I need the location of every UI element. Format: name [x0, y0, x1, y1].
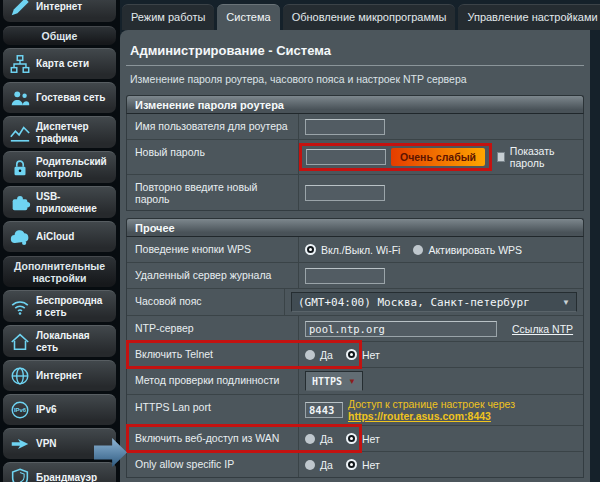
sidebar-item-network-map[interactable]: Карта сети [3, 48, 116, 79]
row-wps-behavior: Поведение кнопки WPS Вкл./Выкл. Wi-Fi Ак… [127, 237, 583, 263]
ntp-label: NTP-сервер [127, 316, 298, 341]
wps-activate-radio[interactable] [413, 245, 423, 255]
telnet-no-radio[interactable] [346, 349, 357, 360]
new-password-input[interactable] [306, 149, 386, 165]
timezone-select[interactable]: (GMT+04:00) Москва, Санкт-петербург ▼ [291, 292, 577, 312]
tab-system[interactable]: Система [217, 4, 279, 30]
sidebar-item-label: IPv6 [36, 404, 108, 416]
pencil-icon [9, 0, 31, 18]
tab-operation-mode[interactable]: Режим работы [122, 4, 214, 30]
wps-activate-option-label: Активировать WPS [428, 244, 522, 256]
telnet-no-label: Нет [362, 349, 380, 361]
sidebar-item-wan[interactable]: Интернет [3, 360, 116, 391]
auth-method-label: Метод проверки подлинности [127, 368, 298, 394]
username-label: Имя пользователя для роутера [127, 114, 298, 139]
ipv6-icon: IPv6 [9, 399, 31, 421]
sidebar-section-general: Общие [3, 26, 116, 45]
sidebar-item-label: Локальная сеть [36, 330, 108, 353]
router-url-link[interactable]: https://router.asus.com:8443 [348, 410, 491, 422]
page-title: Администрирование - Система [126, 30, 584, 66]
sidebar-item-label: Интернет [36, 1, 108, 13]
onlyip-yes-radio[interactable] [305, 460, 315, 470]
row-ntp-server: NTP-сервер Ссылка NTP [127, 316, 583, 342]
section-header-misc: Прочее [126, 218, 584, 237]
https-access-note: Доступ к странице настроек через https:/… [348, 398, 577, 422]
log-server-label: Удаленный сервер журнала [127, 263, 298, 288]
wps-label: Поведение кнопки WPS [127, 237, 298, 262]
row-only-specific-ip: Only allow specific IP Да Нет [127, 452, 583, 477]
onlyip-no-label: Нет [362, 459, 380, 471]
telnet-label: Включить Telnet [127, 342, 298, 367]
sidebar-item-traffic-manager[interactable]: Диспетчер трафика [3, 116, 116, 148]
https-port-input[interactable] [305, 402, 343, 418]
sidebar-item-label: Беспроводная сеть [36, 295, 108, 318]
sidebar-section-advanced: Дополнительные настройки [3, 256, 116, 287]
ntp-server-input[interactable] [305, 321, 497, 337]
chevron-down-icon: ▼ [562, 298, 570, 307]
wps-wifi-radio[interactable] [305, 244, 316, 255]
password-section: Имя пользователя для роутера Новый парол… [126, 114, 584, 211]
sidebar-item-usb-application[interactable]: USB-приложение [3, 186, 116, 218]
sidebar-item-ipv6[interactable]: IPv6 IPv6 [3, 394, 116, 425]
log-server-input[interactable] [305, 268, 385, 284]
vpn-icon [9, 433, 31, 455]
sidebar-item-firewall[interactable]: Брандмауэр [3, 462, 116, 482]
main-area: Режим работы Система Обновление микропро… [120, 0, 590, 482]
auth-method-value: HTTPS [312, 376, 342, 387]
puzzle-icon [9, 192, 31, 214]
tab-settings-management[interactable]: Управление настройками [458, 4, 600, 30]
traffic-chart-icon [9, 122, 31, 144]
sidebar-item-aicloud[interactable]: AiCloud [3, 221, 116, 252]
onlyip-yes-label: Да [320, 459, 333, 471]
page-subtitle: Изменение пароля роутера, часового пояса… [126, 66, 584, 95]
show-password-checkbox[interactable] [497, 152, 505, 162]
misc-section: Поведение кнопки WPS Вкл./Выкл. Wi-Fi Ак… [126, 237, 584, 478]
row-username: Имя пользователя для роутера [127, 114, 583, 140]
wan-no-label: Нет [362, 433, 380, 445]
globe-icon [9, 365, 31, 387]
timezone-value: (GMT+04:00) Москва, Санкт-петербург [298, 296, 530, 309]
wan-yes-label: Да [320, 433, 333, 445]
sidebar-item-wireless[interactable]: Беспроводная сеть [3, 290, 116, 322]
sidebar-item-parental-control[interactable]: Родительский контроль [3, 151, 116, 183]
retype-password-label: Повторно введите новый пароль [127, 175, 298, 210]
sidebar-item-quick-internet-setup[interactable]: Интернет [3, 0, 116, 22]
wan-yes-radio[interactable] [305, 434, 315, 444]
weak-password-highlight: Очень слабый [299, 143, 492, 171]
tab-firmware-upgrade[interactable]: Обновление микропрограммы [283, 4, 456, 30]
sidebar-item-label: USB-приложение [36, 191, 108, 214]
row-log-server: Удаленный сервер журнала [127, 263, 583, 289]
row-enable-telnet: Включить Telnet Да Нет [127, 342, 583, 368]
svg-text:IPv6: IPv6 [14, 407, 27, 413]
sidebar-item-label: Родительский контроль [36, 156, 108, 179]
ntp-link[interactable]: Ссылка NTP [512, 323, 573, 335]
sidebar-item-guest-network[interactable]: Гостевая сеть [3, 82, 116, 113]
auth-method-select[interactable]: HTTPS ▼ [305, 371, 363, 391]
telnet-yes-radio[interactable] [305, 350, 315, 360]
sidebar-item-label: AiCloud [36, 231, 108, 243]
wan-no-radio[interactable] [346, 433, 357, 444]
sidebar: Интернет Общие Карта сети Гостевая сеть … [0, 0, 120, 482]
sidebar-item-lan[interactable]: Локальная сеть [3, 325, 116, 357]
retype-password-input[interactable] [305, 185, 385, 201]
onlyip-no-radio[interactable] [346, 459, 357, 470]
wps-wifi-option-label: Вкл./Выкл. Wi-Fi [321, 244, 400, 256]
cloud-icon [9, 226, 31, 248]
wan-access-label: Включить веб-доступ из WAN [127, 426, 298, 451]
new-password-label: Новый пароль [127, 140, 298, 174]
sidebar-item-label: Карта сети [36, 58, 108, 70]
https-port-label: HTTPS Lan port [127, 395, 298, 425]
row-timezone: Часовой пояс (GMT+04:00) Москва, Санкт-п… [127, 289, 583, 316]
only-specific-ip-label: Only allow specific IP [127, 452, 298, 477]
content-panel: Администрирование - Система Изменение па… [120, 30, 590, 482]
username-input[interactable] [305, 119, 385, 135]
guest-network-icon [9, 87, 31, 109]
timezone-label: Часовой пояс [127, 289, 284, 315]
telnet-yes-label: Да [320, 349, 333, 361]
show-password-label: Показать пароль [510, 145, 569, 169]
section-header-password: Изменение пароля роутера [126, 95, 584, 114]
sidebar-item-label: Гостевая сеть [36, 92, 108, 104]
row-new-password: Новый пароль Очень слабый Показать парол… [127, 140, 583, 175]
sidebar-item-label: Брандмауэр [36, 472, 108, 482]
password-strength-badge: Очень слабый [391, 148, 485, 166]
